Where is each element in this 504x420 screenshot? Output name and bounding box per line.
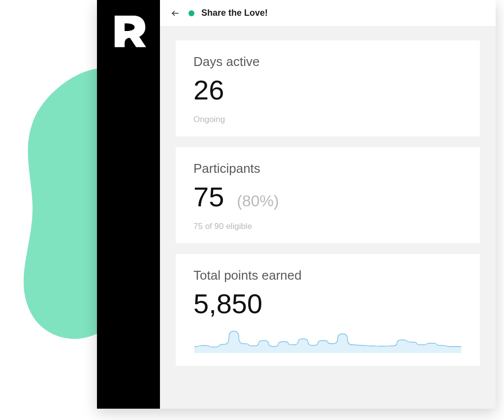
- days-active-status: Ongoing: [193, 115, 462, 125]
- main-panel: Share the Love! Days active 26 Ongoing P…: [160, 0, 496, 409]
- app-logo: [109, 12, 148, 50]
- participants-percent: (80%): [237, 192, 279, 210]
- points-value: 5,850: [193, 290, 262, 318]
- participants-card: Participants 75 (80%) 75 of 90 eligible: [176, 147, 480, 243]
- points-card: Total points earned 5,850: [176, 254, 480, 366]
- days-active-value: 26: [193, 76, 224, 104]
- days-active-card: Days active 26 Ongoing: [176, 40, 480, 136]
- back-button[interactable]: [169, 7, 182, 20]
- participants-label: Participants: [193, 161, 462, 176]
- participants-value: 75: [193, 183, 224, 211]
- status-indicator-icon: [189, 10, 194, 16]
- sidebar: [97, 0, 160, 409]
- cards-container: Days active 26 Ongoing Participants 75 (…: [160, 27, 496, 366]
- days-active-label: Days active: [193, 54, 462, 69]
- points-sparkline: [193, 324, 462, 354]
- points-label: Total points earned: [193, 268, 462, 283]
- header: Share the Love!: [160, 0, 496, 27]
- arrow-left-icon: [171, 9, 180, 18]
- participants-footnote: 75 of 90 eligible: [193, 222, 462, 231]
- page-title: Share the Love!: [201, 8, 268, 18]
- app-window: Share the Love! Days active 26 Ongoing P…: [97, 0, 496, 409]
